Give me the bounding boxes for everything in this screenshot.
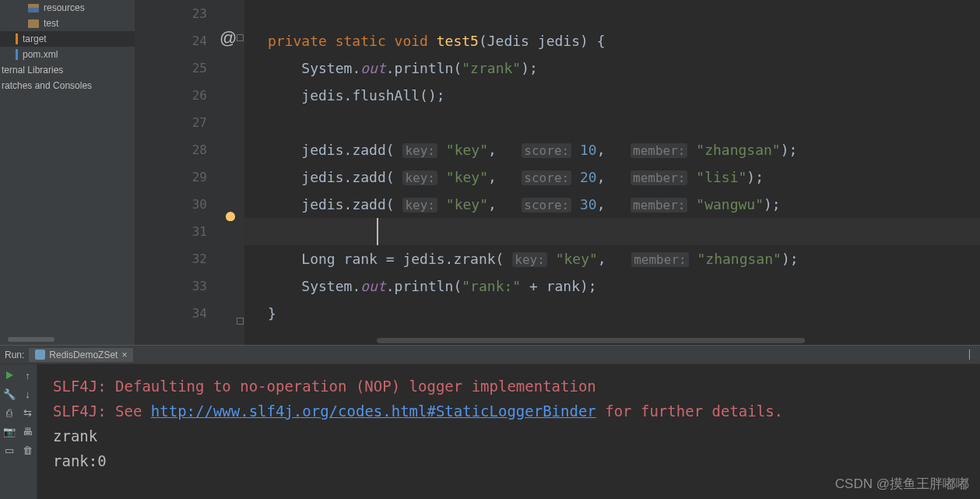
editor-scrollbar[interactable] — [377, 338, 805, 343]
up-icon[interactable]: ↑ — [22, 369, 34, 381]
project-tree[interactable]: resources test target pom.xml ternal Lib… — [0, 0, 135, 345]
tree-label: ternal Libraries — [2, 65, 63, 76]
run-label: Run: — [5, 350, 24, 360]
trash-icon[interactable]: 🗑 — [22, 444, 34, 456]
run-tab[interactable]: RedisDemoZSet × — [29, 348, 133, 362]
method-name: test5 — [437, 33, 479, 49]
down-icon[interactable]: ↓ — [22, 388, 34, 400]
tree-item-test[interactable]: test — [0, 16, 135, 31]
tree-scrollbar[interactable] — [8, 337, 54, 342]
gutter-annotations — [213, 0, 244, 345]
camera-icon[interactable]: 📷 — [3, 425, 16, 438]
tree-label: pom.xml — [23, 49, 58, 60]
run-toolbar-left: 🔧 ⎙ 📷 ▭ — [0, 364, 19, 499]
rerun-icon[interactable] — [3, 369, 16, 381]
run-toolbar-right: ↑ ↓ ⇆ 🖶 🗑 — [19, 364, 37, 499]
tree-item-target[interactable]: target — [0, 31, 135, 47]
run-header: Run: RedisDemoZSet × — — [0, 346, 980, 364]
tree-label: resources — [44, 2, 85, 13]
keyword: private static void — [268, 33, 428, 49]
console-line: SLF4J: Defaulting to no-operation (NOP) … — [53, 374, 980, 399]
app-icon — [35, 350, 45, 360]
code-editor[interactable]: 232425 262728 293031 323334 @ private st… — [135, 0, 980, 345]
console-line: SLF4J: See http://www.slf4j.org/codes.ht… — [53, 399, 980, 423]
tree-item-resources[interactable]: resources — [0, 0, 135, 16]
console-link[interactable]: http://www.slf4j.org/codes.html#StaticLo… — [151, 402, 596, 420]
wrench-icon[interactable]: 🔧 — [3, 388, 16, 400]
tree-item-pom[interactable]: pom.xml — [0, 47, 135, 62]
intention-bulb-icon[interactable] — [226, 212, 235, 221]
minimize-icon[interactable]: — — [964, 350, 976, 360]
tree-item-libraries[interactable]: ternal Libraries — [0, 62, 135, 78]
target-icon[interactable]: ⎙ — [3, 406, 16, 419]
tree-item-scratches[interactable]: ratches and Consoles — [0, 78, 135, 93]
wrap-icon[interactable]: ⇆ — [22, 406, 34, 419]
fold-start-icon[interactable] — [237, 34, 244, 41]
text-caret — [377, 218, 378, 245]
console-line: zrank — [53, 423, 980, 448]
fold-end-icon[interactable] — [237, 318, 244, 325]
code-area[interactable]: private static void test5(Jedis jedis) {… — [213, 0, 980, 345]
run-tab-label: RedisDemoZSet — [49, 350, 118, 360]
override-gutter-icon[interactable]: @ — [220, 28, 237, 48]
maven-icon — [16, 49, 18, 60]
folder-icon — [28, 4, 39, 12]
folder-icon — [28, 19, 39, 28]
console-line: rank:0 — [53, 448, 980, 473]
layout-icon[interactable]: ▭ — [3, 444, 16, 456]
line-gutter[interactable]: 232425 262728 293031 323334 — [135, 0, 213, 345]
target-icon — [16, 33, 18, 44]
run-tool-window: Run: RedisDemoZSet × — 🔧 ⎙ 📷 ▭ ↑ ↓ ⇆ 🖶 🗑… — [0, 345, 980, 499]
close-icon[interactable]: × — [121, 350, 127, 360]
tree-label: ratches and Consoles — [2, 80, 92, 91]
tree-label: test — [44, 18, 58, 29]
tree-label: target — [23, 33, 47, 44]
watermark: CSDN @摸鱼王胖嘟嘟 — [835, 475, 969, 493]
print-icon[interactable]: 🖶 — [22, 425, 34, 438]
